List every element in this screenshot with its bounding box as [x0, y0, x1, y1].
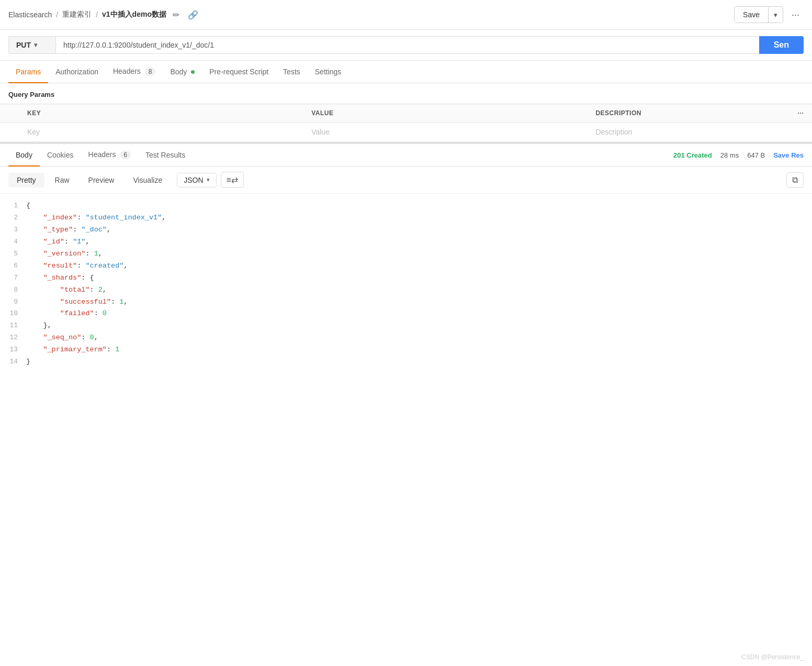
col-key-header: KEY	[19, 104, 303, 123]
col-value-header: VALUE	[303, 104, 587, 123]
breadcrumb: Elasticsearch / 重建索引 / v1中插入demo数据 ✏ 🔗	[8, 8, 200, 22]
breadcrumb-current: v1中插入demo数据	[102, 10, 166, 19]
save-button-group: Save ▾	[734, 6, 783, 23]
line-content-13: "_primary_term": 1	[26, 344, 812, 356]
line-num-6: 6	[0, 260, 26, 272]
copy-button[interactable]: ⧉	[786, 172, 804, 188]
line-num-14: 14	[0, 356, 26, 368]
edit-title-button[interactable]: ✏	[171, 8, 182, 22]
headers-badge: 8	[145, 68, 156, 76]
save-dropdown-button[interactable]: ▾	[768, 7, 783, 23]
line-content-4: "_id": "1",	[26, 236, 812, 248]
response-tab-cookies[interactable]: Cookies	[40, 145, 81, 167]
url-input[interactable]	[55, 36, 759, 54]
code-line-5: 5 "_version": 1,	[0, 248, 812, 260]
fmt-preview-button[interactable]: Preview	[80, 173, 123, 187]
line-content-11: },	[26, 320, 812, 332]
line-num-12: 12	[0, 332, 26, 343]
tab-prerequest[interactable]: Pre-request Script	[202, 61, 276, 83]
line-num-5: 5	[0, 248, 26, 260]
col-check-header	[0, 104, 19, 123]
save-response-button[interactable]: Save Res	[773, 151, 804, 159]
response-time: 28 ms	[720, 151, 739, 159]
line-num-10: 10	[0, 308, 26, 319]
tab-settings[interactable]: Settings	[308, 61, 349, 83]
line-num-11: 11	[0, 320, 26, 331]
breadcrumb-elasticsearch[interactable]: Elasticsearch	[8, 10, 52, 19]
code-line-1: 1 {	[0, 200, 812, 212]
response-tab-headers[interactable]: Headers 6	[81, 144, 139, 167]
line-content-9: "successful": 1,	[26, 296, 812, 308]
tab-tests[interactable]: Tests	[276, 61, 308, 83]
line-num-4: 4	[0, 236, 26, 248]
fmt-pretty-button[interactable]: Pretty	[8, 173, 44, 187]
row-key[interactable]: Key	[19, 123, 303, 142]
response-tab-tests[interactable]: Test Results	[138, 145, 193, 167]
code-line-6: 6 "result": "created",	[0, 260, 812, 272]
line-content-3: "_type": "_doc",	[26, 224, 812, 236]
more-options-button[interactable]: ···	[787, 7, 804, 23]
fmt-raw-button[interactable]: Raw	[47, 173, 78, 187]
method-dropdown[interactable]: PUT ▾	[8, 36, 55, 54]
format-label: JSON	[184, 176, 203, 184]
line-content-1: {	[26, 200, 812, 212]
format-arrow-icon: ▾	[207, 176, 210, 183]
send-button[interactable]: Sen	[759, 36, 804, 54]
col-desc-header: DESCRIPTION	[587, 104, 789, 123]
tab-body[interactable]: Body	[163, 61, 202, 83]
request-tabs: Params Authorization Headers 8 Body Pre-…	[0, 61, 812, 83]
col-actions-header: ···	[789, 104, 812, 123]
format-dropdown[interactable]: JSON ▾	[177, 173, 216, 187]
line-content-6: "result": "created",	[26, 260, 812, 272]
code-line-13: 13 "_primary_term": 1	[0, 344, 812, 356]
breadcrumb-rebuild[interactable]: 重建索引	[62, 10, 92, 19]
link-button[interactable]: 🔗	[186, 8, 200, 22]
status-badge: 201 Created	[673, 151, 712, 159]
wrap-button[interactable]: ≡⇄	[221, 172, 244, 188]
line-num-7: 7	[0, 272, 26, 284]
breadcrumb-sep-2: /	[96, 10, 98, 19]
table-row: Key Value Description	[0, 123, 812, 142]
row-desc[interactable]: Description	[587, 123, 789, 142]
query-params-section: Query Params KEY VALUE DESCRIPTION ··· K…	[0, 83, 812, 142]
response-area: Body Cookies Headers 6 Test Results 201 …	[0, 142, 812, 374]
code-line-2: 2 "_index": "student_index_v1",	[0, 212, 812, 224]
tab-params[interactable]: Params	[8, 61, 48, 83]
line-content-14: }	[26, 356, 812, 368]
line-num-2: 2	[0, 212, 26, 224]
fmt-visualize-button[interactable]: Visualize	[125, 173, 171, 187]
line-content-7: "_shards": {	[26, 272, 812, 284]
breadcrumb-sep-1: /	[56, 10, 58, 19]
code-line-8: 8 "total": 2,	[0, 284, 812, 296]
section-title: Query Params	[0, 83, 812, 104]
response-tabs-left: Body Cookies Headers 6 Test Results	[8, 144, 193, 166]
code-line-7: 7 "_shards": {	[0, 272, 812, 284]
row-value[interactable]: Value	[303, 123, 587, 142]
code-line-4: 4 "_id": "1",	[0, 236, 812, 248]
save-main-button[interactable]: Save	[735, 7, 768, 23]
code-line-12: 12 "_seq_no": 0,	[0, 332, 812, 344]
app-header: Elasticsearch / 重建索引 / v1中插入demo数据 ✏ 🔗 S…	[0, 0, 812, 30]
method-arrow-icon: ▾	[34, 41, 37, 49]
method-label: PUT	[16, 41, 31, 49]
line-content-10: "failed": 0	[26, 308, 812, 320]
response-size: 647 B	[747, 151, 765, 159]
tab-headers[interactable]: Headers 8	[106, 61, 163, 83]
tab-authorization[interactable]: Authorization	[48, 61, 106, 83]
line-content-12: "_seq_no": 0,	[26, 332, 812, 344]
response-meta: 201 Created 28 ms 647 B Save Res	[673, 151, 804, 159]
code-line-10: 10 "failed": 0	[0, 308, 812, 320]
params-table: KEY VALUE DESCRIPTION ··· Key Value Desc…	[0, 104, 812, 142]
code-line-3: 3 "_type": "_doc",	[0, 224, 812, 236]
code-area: 1 { 2 "_index": "student_index_v1", 3 "_…	[0, 194, 812, 374]
response-tab-body[interactable]: Body	[8, 145, 40, 167]
code-line-14: 14 }	[0, 356, 812, 368]
line-num-1: 1	[0, 200, 26, 212]
body-dot	[191, 70, 195, 74]
line-content-8: "total": 2,	[26, 284, 812, 296]
code-line-9: 9 "successful": 1,	[0, 296, 812, 308]
line-num-3: 3	[0, 224, 26, 236]
response-headers-badge: 6	[120, 151, 131, 159]
line-num-13: 13	[0, 344, 26, 356]
line-content-2: "_index": "student_index_v1",	[26, 212, 812, 224]
